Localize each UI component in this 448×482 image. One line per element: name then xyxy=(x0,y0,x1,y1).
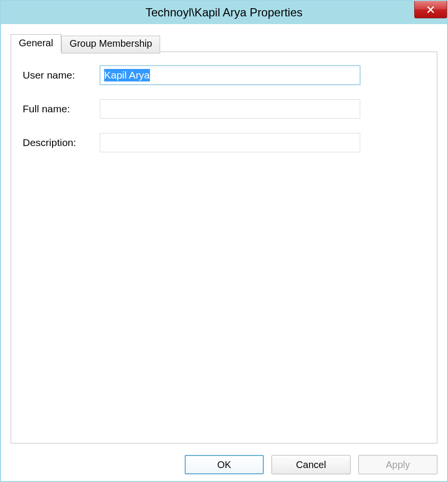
close-icon xyxy=(426,5,435,14)
fullname-input[interactable] xyxy=(100,99,360,119)
description-input[interactable] xyxy=(100,133,360,152)
properties-dialog: Technoyl\Kapil Arya Properties General G… xyxy=(0,0,448,482)
username-value: Kapil Arya xyxy=(104,69,150,81)
tab-general[interactable]: General xyxy=(11,34,61,52)
row-username: User name: Kapil Arya xyxy=(23,66,425,85)
username-input[interactable]: Kapil Arya xyxy=(100,66,360,85)
label-fullname: Full name: xyxy=(23,103,100,115)
apply-button: Apply xyxy=(358,455,437,474)
row-fullname: Full name: xyxy=(23,99,425,119)
tab-label: Group Membership xyxy=(69,38,152,49)
close-button[interactable] xyxy=(414,1,447,18)
label-description: Description: xyxy=(23,137,100,148)
tabs-row: General Group Membership xyxy=(11,34,437,52)
ok-button[interactable]: OK xyxy=(185,455,264,474)
tab-panel-general: User name: Kapil Arya Full name: Descrip… xyxy=(11,52,437,443)
window-title: Technoyl\Kapil Arya Properties xyxy=(146,6,303,19)
tab-label: General xyxy=(19,38,53,48)
row-description: Description: xyxy=(23,133,425,152)
titlebar: Technoyl\Kapil Arya Properties xyxy=(1,1,447,24)
tab-group-membership[interactable]: Group Membership xyxy=(61,36,160,54)
label-username: User name: xyxy=(23,69,100,81)
cancel-button[interactable]: Cancel xyxy=(272,455,351,474)
content-area: General Group Membership User name: Kapi… xyxy=(1,24,447,448)
button-row: OK Cancel Apply xyxy=(1,448,447,481)
